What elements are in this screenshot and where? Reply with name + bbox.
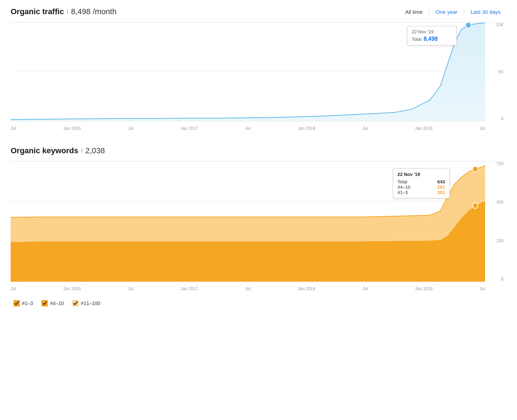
traffic-chart-container: 22 Nov '19 Total 8,498 10K 5K 0 Jul Jan … (11, 22, 506, 136)
traffic-x-jul: Jul (11, 126, 16, 131)
time-filter-group: All time | One year | Last 30 days (400, 7, 506, 16)
traffic-x-jul4: Jul (362, 126, 368, 131)
traffic-metric: 8,498 /month (71, 7, 116, 16)
traffic-y-axis: 10K 5K 0 (485, 22, 506, 121)
traffic-svg (11, 22, 485, 121)
legend-label-4-10: #4–10 (50, 300, 64, 306)
keywords-chart-container: 22 Nov '19 Total 643 #4–10 291 #1–3 352 … (11, 161, 506, 296)
keywords-x-jul5: Jul (480, 286, 485, 291)
traffic-line (11, 23, 485, 120)
traffic-x-jan2016: Jan 2016 (63, 126, 80, 131)
traffic-info-icon[interactable]: i (67, 9, 68, 15)
traffic-x-jan2019: Jan 2019 (415, 126, 432, 131)
filter-last-30[interactable]: Last 30 days (465, 7, 506, 16)
legend-item-4-10: #4–10 (41, 300, 64, 306)
legend-label-1-3: #1–3 (22, 300, 33, 306)
keywords-x-jan2017: Jan 2017 (180, 286, 198, 291)
keywords-bottom-point (473, 203, 478, 209)
keywords-x-jul3: Jul (245, 286, 250, 291)
organic-keywords-section: Organic keywords i 2,038 (11, 146, 506, 306)
keywords-x-jan2019: Jan 2019 (415, 286, 432, 291)
traffic-x-jan2018: Jan 2018 (298, 126, 315, 131)
keywords-y-axis: 750 500 250 0 (485, 161, 506, 282)
traffic-y-label-0: 0 (488, 116, 504, 121)
keywords-x-jul2: Jul (128, 286, 133, 291)
keywords-metric: 2,038 (85, 146, 105, 155)
keywords-info-icon[interactable]: i (81, 148, 83, 154)
keywords-x-jan2018: Jan 2018 (298, 286, 315, 291)
keywords-x-jan2016: Jan 2016 (63, 286, 80, 291)
keywords-chart-area: 22 Nov '19 Total 643 #4–10 291 #1–3 352 (11, 161, 485, 282)
keywords-title-text: Organic keywords (11, 146, 78, 155)
legend-item-1-3: #1–3 (13, 300, 33, 306)
traffic-chart-area: 22 Nov '19 Total 8,498 (11, 22, 485, 121)
keywords-y-250: 250 (488, 238, 504, 243)
legend-checkbox-1-3[interactable] (13, 300, 20, 306)
keywords-y-0: 0 (488, 277, 504, 282)
organic-traffic-section: Organic traffic i 8,498 /month All time … (11, 7, 506, 136)
traffic-x-jul5: Jul (480, 126, 485, 131)
legend-item-11-100: #11–100 (72, 300, 100, 306)
keywords-x-axis: Jul Jan 2016 Jul Jan 2017 Jul Jan 2018 J… (11, 282, 485, 296)
traffic-x-axis: Jul Jan 2016 Jul Jan 2017 Jul Jan 2018 J… (11, 121, 485, 136)
traffic-header: Organic traffic i 8,498 /month All time … (11, 7, 506, 16)
keywords-top-line (11, 166, 485, 217)
traffic-x-jul2: Jul (128, 126, 133, 131)
keywords-dark-fill (11, 201, 485, 282)
traffic-y-label-10k: 10K (488, 22, 504, 27)
keywords-title: Organic keywords i 2,038 (11, 146, 105, 155)
keywords-top-point (473, 166, 478, 172)
traffic-fill-area (11, 23, 485, 121)
traffic-datapoint (466, 22, 471, 28)
keywords-light-fill (11, 166, 485, 242)
keywords-y-500: 500 (488, 200, 504, 205)
legend-label-11-100: #11–100 (81, 300, 100, 306)
legend-checkbox-4-10[interactable] (41, 300, 48, 306)
traffic-title-text: Organic traffic (11, 7, 64, 16)
traffic-x-jul3: Jul (245, 126, 250, 131)
keywords-svg (11, 161, 485, 282)
legend-checkbox-11-100[interactable] (72, 300, 79, 306)
traffic-x-jan2017: Jan 2017 (180, 126, 198, 131)
traffic-title: Organic traffic i 8,498 /month (11, 7, 117, 16)
keywords-y-750: 750 (488, 161, 504, 166)
keywords-x-jul4: Jul (362, 286, 368, 291)
keywords-legend: #1–3 #4–10 #11–100 (11, 300, 506, 306)
filter-all-time[interactable]: All time (400, 7, 428, 16)
keywords-x-jul: Jul (11, 286, 16, 291)
keywords-header: Organic keywords i 2,038 (11, 146, 506, 155)
traffic-y-label-5k: 5K (488, 70, 504, 74)
filter-one-year[interactable]: One year (430, 7, 463, 16)
